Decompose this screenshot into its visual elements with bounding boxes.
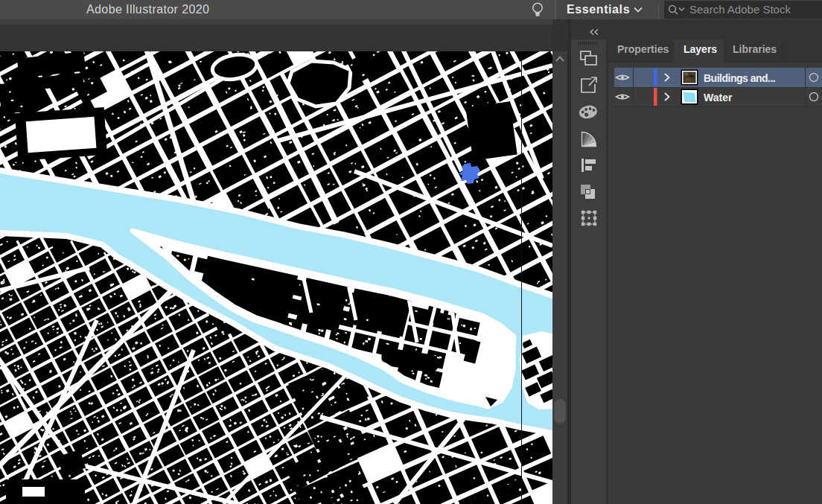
svg-text:Layers: Layers <box>684 43 717 55</box>
svg-text:Buildings and...: Buildings and... <box>704 72 775 84</box>
svg-text:Properties: Properties <box>617 43 669 55</box>
svg-text:Search Adobe Stock: Search Adobe Stock <box>689 3 791 16</box>
svg-text:Essentials: Essentials <box>567 3 630 16</box>
svg-text:Adobe Illustrator 2020: Adobe Illustrator 2020 <box>86 3 209 16</box>
svg-text:Water: Water <box>704 92 733 103</box>
svg-text:Libraries: Libraries <box>733 43 777 55</box>
